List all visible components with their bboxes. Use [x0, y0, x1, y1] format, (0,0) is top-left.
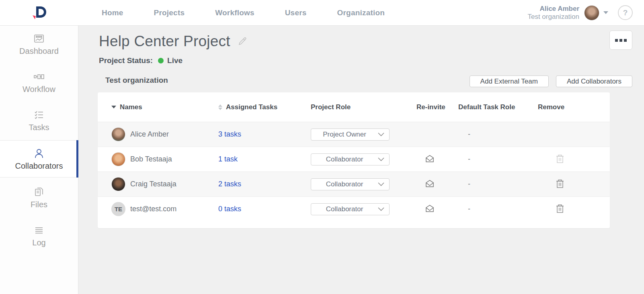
ellipsis-icon: [624, 39, 627, 42]
re-invite-button[interactable]: [425, 203, 435, 215]
sidebar-item-collaborators[interactable]: Collaborators: [0, 140, 78, 178]
assigned-tasks-link[interactable]: 1 task: [218, 155, 238, 163]
remove-collaborator-button[interactable]: [556, 203, 564, 215]
help-button[interactable]: ?: [618, 5, 633, 20]
workflow-icon: [33, 71, 45, 82]
column-header-assigned-tasks[interactable]: Assigned Tasks: [218, 103, 311, 111]
project-status-value: Live: [167, 56, 183, 65]
project-role-select[interactable]: Collaborator: [311, 203, 390, 215]
brand-logo[interactable]: [0, 5, 78, 21]
nav-item-organization[interactable]: Organization: [337, 8, 385, 17]
column-header-remove: Remove: [538, 103, 610, 111]
project-status-row: Project Status: Live: [99, 56, 633, 65]
chevron-down-icon: [378, 207, 384, 211]
collaborators-table-card: Names Assigned Tasks Project Role Re-inv…: [98, 92, 610, 228]
tasks-icon: [33, 109, 45, 120]
sidebar-item-files[interactable]: Files: [0, 179, 78, 216]
files-icon: [33, 186, 45, 198]
re-invite-button[interactable]: [425, 178, 435, 190]
sidebar-item-log[interactable]: Log: [0, 217, 78, 254]
topbar-right: Alice Amber Test organization ?: [527, 5, 644, 20]
user-organization: Test organization: [527, 13, 579, 21]
nav-item-users[interactable]: Users: [285, 8, 307, 17]
table-header-row: Names Assigned Tasks Project Role Re-inv…: [98, 92, 610, 122]
sidebar-item-label: Files: [0, 200, 78, 209]
ellipsis-icon: [615, 39, 618, 42]
chevron-down-icon: [378, 133, 384, 137]
add-collaborators-button[interactable]: Add Collaborators: [556, 76, 632, 87]
app-window: Home Projects Workflows Users Organizati…: [0, 0, 644, 294]
trash-icon: [556, 203, 564, 214]
page-title: Help Center Project: [99, 33, 230, 50]
top-bar: Home Projects Workflows Users Organizati…: [0, 0, 644, 26]
remove-collaborator-button[interactable]: [556, 153, 564, 165]
main-content: Help Center Project Project Status: Live…: [78, 26, 644, 294]
collaborators-section-header: Test organization Add External Team Add …: [105, 76, 632, 87]
nav-item-home[interactable]: Home: [102, 8, 123, 17]
assigned-tasks-link[interactable]: 0 tasks: [218, 205, 241, 213]
envelope-open-icon: [425, 178, 435, 189]
assigned-tasks-link[interactable]: 2 tasks: [218, 180, 241, 188]
sidebar-item-workflow[interactable]: Workflow: [0, 64, 78, 100]
sidebar: Dashboard Workflow Tasks Coll: [0, 26, 78, 294]
sidebar-item-label: Workflow: [0, 85, 78, 94]
user-block: Alice Amber Test organization: [527, 5, 579, 20]
default-task-role-value: -: [468, 130, 470, 138]
main-nav: Home Projects Workflows Users Organizati…: [102, 8, 385, 17]
user-name: Alice Amber: [527, 5, 579, 13]
project-role-select[interactable]: Collaborator: [311, 178, 390, 190]
collaborator-name: Alice Amber: [130, 130, 169, 139]
collaborator-name: Bob Testaaja: [130, 155, 172, 163]
default-task-role-value: -: [468, 155, 470, 163]
default-task-role-value: -: [468, 205, 470, 213]
log-icon: [33, 225, 45, 236]
project-options-button[interactable]: [609, 31, 632, 50]
table-row: Bob Testaaja 1 task Collaborator: [98, 147, 610, 172]
edit-title-icon[interactable]: [238, 37, 247, 46]
remove-collaborator-button[interactable]: [556, 178, 564, 190]
sidebar-item-label: Log: [0, 238, 78, 247]
trash-icon: [556, 178, 564, 189]
avatar: [111, 127, 125, 141]
re-invite-button[interactable]: [425, 153, 435, 165]
add-external-team-button[interactable]: Add External Team: [470, 76, 549, 87]
project-status-label: Project Status:: [99, 56, 153, 65]
page-header: Help Center Project Project Status: Live: [78, 26, 644, 65]
project-role-select[interactable]: Collaborator: [311, 153, 390, 165]
question-mark-icon: ?: [623, 8, 628, 17]
chevron-down-icon: [378, 182, 384, 186]
user-avatar[interactable]: [584, 5, 599, 20]
status-live-dot-icon: [158, 58, 164, 63]
column-header-names[interactable]: Names: [111, 103, 218, 111]
nav-item-workflows[interactable]: Workflows: [215, 8, 254, 17]
project-role-select[interactable]: Project Owner: [311, 129, 390, 141]
envelope-open-icon: [425, 153, 435, 164]
dashboard-icon: [33, 33, 45, 44]
sidebar-item-tasks[interactable]: Tasks: [0, 102, 78, 139]
sidebar-item-label: Collaborators: [0, 161, 78, 171]
trash-icon: [556, 153, 564, 164]
chevron-down-icon: [378, 157, 384, 161]
sort-toggle-icon[interactable]: [218, 104, 222, 110]
avatar-initials: TE: [111, 202, 125, 216]
ellipsis-icon: [619, 39, 622, 42]
envelope-open-icon: [425, 203, 435, 214]
assigned-tasks-link[interactable]: 3 tasks: [218, 130, 241, 138]
sidebar-item-dashboard[interactable]: Dashboard: [0, 26, 78, 62]
avatar: [111, 152, 125, 166]
avatar: [111, 177, 125, 191]
column-header-re-invite: Re-invite: [416, 103, 458, 111]
column-header-project-role: Project Role: [311, 103, 416, 111]
user-menu-caret-icon[interactable]: [603, 11, 608, 14]
table-row: TE test@test.com 0 tasks Collaborator: [98, 196, 610, 221]
nav-item-projects[interactable]: Projects: [154, 8, 185, 17]
sidebar-item-label: Dashboard: [0, 47, 78, 56]
collaborator-name: Craig Testaaja: [130, 180, 176, 188]
brand-logo-icon: [30, 5, 49, 21]
collaborator-name: test@test.com: [130, 205, 176, 213]
column-header-default-task-role: Default Task Role: [458, 103, 538, 111]
sort-desc-icon[interactable]: [111, 106, 116, 108]
organization-section-title: Test organization: [105, 76, 168, 87]
default-task-role-value: -: [468, 180, 470, 188]
table-row: Alice Amber 3 tasks Project Owner -: [98, 122, 610, 147]
